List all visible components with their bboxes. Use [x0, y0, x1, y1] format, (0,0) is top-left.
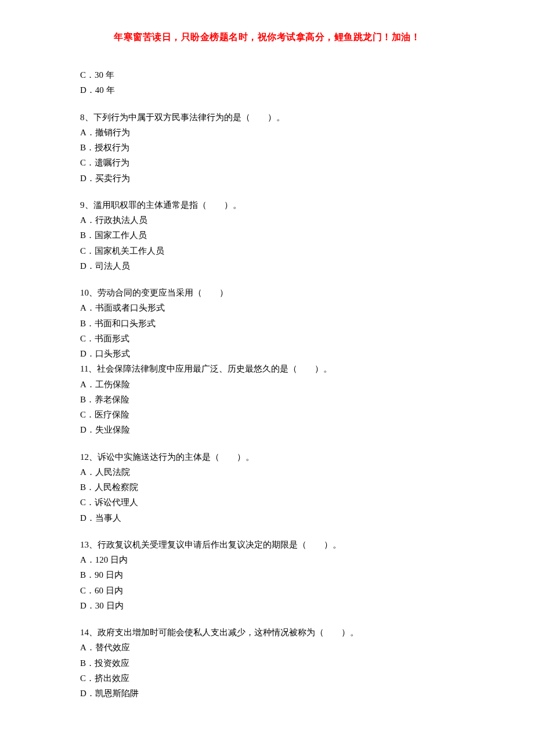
q10-option-d: D．口头形式: [80, 346, 476, 361]
q8-option-d: D．买卖行为: [80, 171, 476, 186]
q9-stem: 9、滥用职权罪的主体通常是指（ ）。: [80, 197, 476, 213]
q13-stem: 13、行政复议机关受理复议申请后作出复议决定的期限是（ ）。: [80, 537, 476, 552]
q9-option-d: D．司法人员: [80, 258, 476, 273]
q13-option-b: B．90 日内: [80, 567, 476, 582]
q14-option-d: D．凯恩斯陷阱: [80, 686, 476, 701]
q11-option-c: C．医疗保险: [80, 407, 476, 422]
q7-option-d: D．40 年: [80, 82, 476, 98]
q12-option-d: D．当事人: [80, 510, 476, 525]
q12-option-a: A．人民法院: [80, 465, 476, 480]
q10-option-a: A．书面或者口头形式: [80, 300, 476, 315]
q10-option-c: C．书面形式: [80, 331, 476, 346]
q14-option-c: C．挤出效应: [80, 671, 476, 686]
content-container: C．30 年 D．40 年 8、下列行为中属于双方民事法律行为的是（ ）。 A．…: [0, 67, 534, 701]
q14-option-b: B．投资效应: [80, 656, 476, 671]
q8-option-b: B．授权行为: [80, 140, 476, 155]
q7-option-c: C．30 年: [80, 67, 476, 82]
q14-stem: 14、政府支出增加时可能会使私人支出减少，这种情况被称为（ ）。: [80, 625, 476, 640]
q9-option-c: C．国家机关工作人员: [80, 243, 476, 258]
page-header-quote: 年寒窗苦读日，只盼金榜题名时，祝你考试拿高分，鲤鱼跳龙门！加油！: [0, 29, 534, 45]
q12-option-c: C．诉讼代理人: [80, 495, 476, 510]
q11-stem: 11、社会保障法律制度中应用最广泛、历史最悠久的是（ ）。: [80, 361, 476, 376]
q10-stem: 10、劳动合同的变更应当采用（ ）: [80, 285, 476, 300]
q14-option-a: A．替代效应: [80, 640, 476, 655]
q11-option-d: D．失业保险: [80, 422, 476, 437]
q11-option-a: A．工伤保险: [80, 377, 476, 392]
q9-option-b: B．国家工作人员: [80, 228, 476, 243]
q10-option-b: B．书面和口头形式: [80, 316, 476, 331]
q8-option-a: A．撤销行为: [80, 125, 476, 140]
q13-option-d: D．30 日内: [80, 598, 476, 613]
q12-option-b: B．人民检察院: [80, 480, 476, 495]
q9-option-a: A．行政执法人员: [80, 213, 476, 228]
q12-stem: 12、诉讼中实施送达行为的主体是（ ）。: [80, 449, 476, 465]
q13-option-c: C．60 日内: [80, 583, 476, 598]
q8-option-c: C．遗嘱行为: [80, 155, 476, 170]
q11-option-b: B．养老保险: [80, 392, 476, 407]
q13-option-a: A．120 日内: [80, 552, 476, 567]
q8-stem: 8、下列行为中属于双方民事法律行为的是（ ）。: [80, 110, 476, 125]
